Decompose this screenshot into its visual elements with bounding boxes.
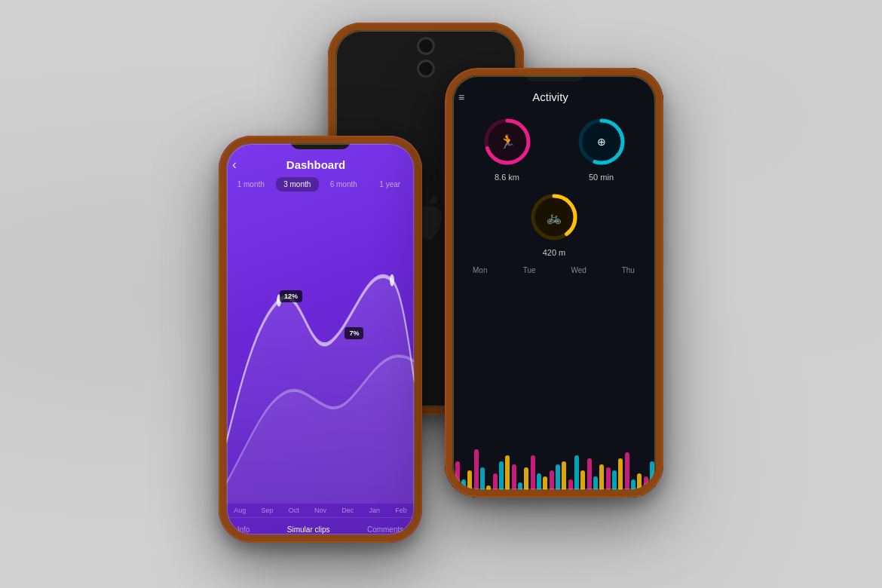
day-thu: Thu — [613, 266, 643, 274]
day-tue: Tue — [514, 266, 544, 274]
bar-6-0 — [568, 479, 573, 498]
menu-icon[interactable]: ≡ — [458, 91, 464, 103]
activity-title: Activity — [464, 90, 636, 103]
running-ring-item: 🏃 8.6 km — [481, 115, 534, 182]
bar-group-9 — [625, 452, 642, 498]
bar-8-1 — [612, 470, 617, 498]
bar-group-11 — [663, 464, 663, 498]
scene: ‹ Dashboard 1 month 3 month 6 month 1 ye… — [0, 0, 882, 588]
bar-4-1 — [537, 473, 541, 498]
bar-3-2 — [524, 467, 528, 498]
month-nov: Nov — [314, 507, 326, 514]
camera-lens-2 — [418, 60, 434, 77]
bar-group-7 — [587, 458, 604, 498]
bar-group-6 — [568, 455, 585, 498]
bar-day-labels: Mon Tue Wed Thu — [455, 266, 653, 274]
bar-7-2 — [599, 464, 604, 498]
tab-1month[interactable]: 1 month — [229, 177, 273, 191]
camera-area — [418, 38, 434, 77]
dashboard-header: ‹ Dashboard — [219, 149, 422, 177]
bar-7-0 — [587, 458, 592, 498]
bar-8-2 — [618, 458, 623, 498]
bar-group-2 — [493, 455, 510, 498]
gym-ring-item: ⊕ 50 min — [575, 115, 628, 182]
month-feb: Feb — [395, 507, 407, 514]
bar-1-1 — [480, 467, 485, 498]
bar-group-10 — [644, 461, 660, 498]
bar-chart-area: Mon Tue Wed Thu — [445, 260, 663, 498]
bar-6-2 — [580, 470, 585, 498]
activity-screen: ≡ Activity 🏃 8.6 km — [445, 68, 663, 498]
bar-3-1 — [518, 482, 522, 498]
gym-label: 50 min — [589, 173, 614, 182]
period-tabs: 1 month 3 month 6 month 1 year — [219, 177, 422, 199]
bar-5-2 — [562, 461, 566, 498]
wave-chart: 12% 7% — [219, 199, 422, 504]
bar-2-0 — [493, 473, 498, 498]
bar-9-2 — [637, 473, 642, 498]
bar-4-0 — [531, 455, 535, 498]
bar-0-2 — [467, 470, 472, 498]
month-aug: Aug — [234, 507, 246, 514]
month-sep: Sep — [261, 507, 273, 514]
bar-10-2 — [656, 467, 660, 498]
bar-1-0 — [474, 449, 479, 498]
tab-1year[interactable]: 1 year — [369, 177, 412, 191]
tab-6month[interactable]: 6 month — [322, 177, 366, 191]
bar-group-3 — [512, 464, 528, 498]
notch-dashboard — [290, 136, 351, 149]
cycling-ring-row: 🚲 420 m — [445, 185, 663, 260]
bars-container — [455, 279, 653, 498]
cycling-ring-item: 🚲 420 m — [528, 191, 580, 257]
tab-3month[interactable]: 3 month — [276, 177, 320, 191]
bar-1-2 — [486, 485, 491, 498]
bar-9-0 — [625, 452, 629, 498]
bar-0-1 — [461, 479, 466, 498]
svg-point-1 — [390, 274, 394, 286]
bar-group-1 — [474, 449, 491, 498]
tab-similar-clips[interactable]: Simular clips — [281, 524, 336, 537]
activity-rings-row: 🏃 8.6 km ⊕ 50 min — [445, 109, 663, 185]
activity-header: ≡ Activity — [445, 81, 663, 109]
running-ring: 🏃 — [481, 115, 534, 168]
bar-7-1 — [593, 476, 598, 498]
day-wed: Wed — [564, 266, 594, 274]
bar-group-4 — [531, 455, 547, 498]
cycling-label: 420 m — [543, 248, 566, 257]
month-dec: Dec — [341, 507, 354, 514]
running-label: 8.6 km — [495, 173, 519, 182]
bar-6-1 — [574, 455, 579, 498]
tooltip-12pct: 12% — [280, 290, 302, 302]
bar-8-0 — [606, 467, 611, 498]
tab-info[interactable]: Info — [231, 524, 256, 537]
month-jan: Jan — [369, 507, 381, 514]
phone-dashboard: ‹ Dashboard 1 month 3 month 6 month 1 ye… — [219, 136, 422, 543]
bar-group-0 — [455, 461, 472, 498]
bar-3-0 — [512, 464, 516, 498]
bar-9-1 — [631, 479, 635, 498]
dashboard-title: Dashboard — [237, 158, 395, 171]
bar-5-1 — [556, 464, 560, 498]
camera-lens-1 — [418, 38, 434, 54]
bar-5-0 — [550, 470, 554, 498]
gym-ring: ⊕ — [575, 115, 628, 168]
bar-10-0 — [644, 476, 648, 498]
bar-group-8 — [606, 458, 623, 498]
day-mon: Mon — [465, 266, 495, 274]
notch-activity — [524, 68, 584, 81]
bar-10-1 — [650, 461, 654, 498]
bar-group-5 — [550, 461, 566, 498]
chart-months: Aug Sep Oct Nov Dec Jan Feb — [219, 504, 422, 517]
bar-2-2 — [505, 455, 510, 498]
bar-2-1 — [499, 461, 504, 498]
running-icon: 🏃 — [499, 133, 516, 150]
bar-0-0 — [455, 461, 460, 498]
gym-icon: ⊕ — [597, 136, 606, 148]
tab-comments[interactable]: Comments — [361, 524, 409, 537]
dashboard-screen: ‹ Dashboard 1 month 3 month 6 month 1 ye… — [219, 136, 422, 543]
month-oct: Oct — [289, 507, 299, 514]
tooltip-7pct: 7% — [345, 327, 363, 339]
phone-activity: ≡ Activity 🏃 8.6 km — [445, 68, 663, 498]
wave-chart-svg — [226, 199, 415, 504]
cycling-ring: 🚲 — [528, 191, 580, 243]
